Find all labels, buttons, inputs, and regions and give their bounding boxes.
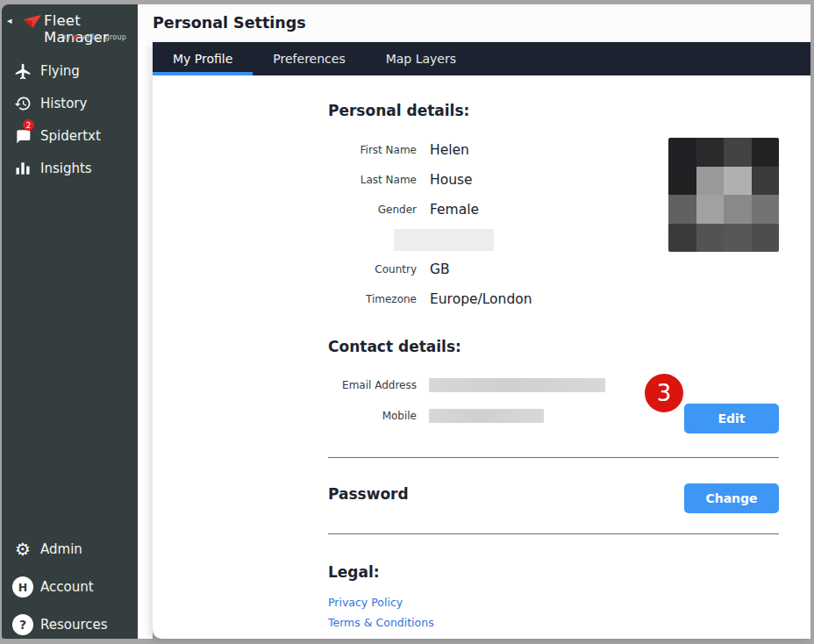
field-row-first-name: First Name Helen bbox=[258, 140, 679, 160]
sidebar-item-insights[interactable]: Insights bbox=[2, 157, 138, 180]
sidebar-item-spidertxt[interactable]: 2 Spidertxt bbox=[2, 125, 138, 147]
gender-label: Gender bbox=[258, 204, 417, 216]
mobile-redacted-value bbox=[429, 409, 544, 423]
page-title: Personal Settings bbox=[153, 4, 306, 42]
mobile-label: Mobile bbox=[258, 410, 417, 422]
gear-icon: ⚙ bbox=[12, 539, 33, 560]
profile-avatar-image bbox=[668, 138, 779, 252]
sidebar-item-history[interactable]: History bbox=[2, 92, 138, 115]
avatar-pixel bbox=[696, 195, 725, 224]
privacy-policy-link[interactable]: Privacy Policy bbox=[328, 596, 403, 609]
tab-map-layers[interactable]: Map Layers bbox=[366, 42, 476, 75]
terms-conditions-link[interactable]: Terms & Conditions bbox=[328, 616, 434, 629]
sidebar-item-admin[interactable]: ⚙ Admin bbox=[2, 538, 138, 561]
sidebar-collapse-icon[interactable]: ◂ bbox=[7, 15, 12, 26]
sidebar-item-label: Resources bbox=[40, 617, 108, 633]
byline-brand-text: vellox group bbox=[81, 33, 126, 41]
email-address-redacted-value bbox=[429, 378, 605, 392]
plane-icon bbox=[12, 61, 33, 82]
sidebar-item-label: History bbox=[40, 96, 87, 111]
vellox-logo-icon bbox=[72, 35, 79, 40]
tab-preferences[interactable]: Preferences bbox=[253, 42, 365, 75]
field-row-last-name: Last Name House bbox=[258, 170, 679, 190]
sidebar-item-label: Account bbox=[40, 579, 94, 595]
avatar-pixel bbox=[668, 224, 696, 253]
field-row-timezone: Timezone Europe/London bbox=[258, 290, 679, 309]
timezone-label: Timezone bbox=[258, 293, 417, 305]
sidebar-item-resources[interactable]: ? Resources bbox=[2, 613, 138, 636]
account-monogram-icon: H bbox=[12, 576, 33, 597]
timezone-value: Europe/London bbox=[430, 291, 532, 307]
avatar-pixel bbox=[724, 224, 752, 253]
gender-value: Female bbox=[430, 202, 479, 218]
first-name-label: First Name bbox=[258, 144, 417, 156]
avatar-pixel bbox=[696, 224, 725, 253]
avatar-pixel bbox=[668, 138, 696, 167]
sidebar-item-label: Admin bbox=[40, 541, 82, 557]
contact-details-heading: Contact details: bbox=[328, 338, 461, 355]
avatar-pixel bbox=[696, 167, 725, 196]
avatar-pixel bbox=[668, 167, 696, 196]
sidebar-item-account[interactable]: H Account bbox=[2, 576, 138, 598]
brand-byline: by vellox group bbox=[61, 33, 126, 41]
avatar-pixel bbox=[752, 138, 780, 167]
avatar-pixel bbox=[752, 224, 780, 253]
country-value: GB bbox=[430, 261, 450, 277]
sidebar-item-label: Spidertxt bbox=[40, 128, 101, 144]
page-header: Personal Settings bbox=[138, 4, 810, 42]
last-name-label: Last Name bbox=[258, 174, 417, 186]
avatar-pixel bbox=[724, 195, 752, 224]
settings-card: My Profile Preferences Map Layers Person… bbox=[153, 42, 810, 639]
settings-tabbar: My Profile Preferences Map Layers bbox=[153, 42, 810, 75]
content-gutter bbox=[138, 42, 153, 639]
edit-contact-button[interactable]: Edit bbox=[684, 404, 779, 433]
personal-details-heading: Personal details: bbox=[328, 102, 469, 119]
help-icon: ? bbox=[12, 614, 33, 635]
email-address-label: Email Address bbox=[258, 379, 417, 391]
field-row-gender: Gender Female bbox=[258, 200, 679, 219]
spidertxt-unread-badge: 2 bbox=[23, 119, 34, 131]
avatar-pixel bbox=[668, 195, 696, 224]
byline-by-text: by bbox=[61, 33, 70, 41]
avatar-pixel bbox=[724, 167, 752, 196]
change-password-button[interactable]: Change bbox=[684, 483, 779, 513]
legal-heading: Legal: bbox=[328, 563, 380, 581]
password-heading: Password bbox=[328, 485, 409, 503]
fleet-manager-logo-icon bbox=[24, 15, 41, 29]
brand-header: ◂ Fleet Manager bbox=[2, 11, 138, 32]
country-label: Country bbox=[258, 263, 417, 275]
tab-my-profile[interactable]: My Profile bbox=[153, 42, 253, 75]
last-name-value: House bbox=[430, 172, 473, 188]
section-divider bbox=[328, 533, 779, 534]
chat-icon: 2 bbox=[12, 125, 33, 147]
redacted-field-value bbox=[394, 229, 494, 251]
avatar-pixel bbox=[696, 138, 725, 167]
sidebar: ◂ Fleet Manager by vellox group Flying H… bbox=[2, 4, 138, 639]
first-name-value: Helen bbox=[430, 142, 469, 158]
avatar-pixel bbox=[724, 138, 752, 167]
sidebar-item-label: Insights bbox=[40, 161, 92, 176]
avatar-pixel bbox=[752, 195, 780, 224]
field-row-country: Country GB bbox=[258, 260, 679, 279]
bar-chart-icon bbox=[12, 158, 33, 179]
sidebar-item-flying[interactable]: Flying bbox=[2, 60, 138, 82]
avatar-pixel bbox=[752, 167, 780, 196]
sidebar-item-label: Flying bbox=[40, 63, 80, 79]
section-divider bbox=[328, 457, 779, 458]
history-icon bbox=[12, 93, 33, 114]
annotation-step-badge: 3 bbox=[645, 374, 683, 412]
